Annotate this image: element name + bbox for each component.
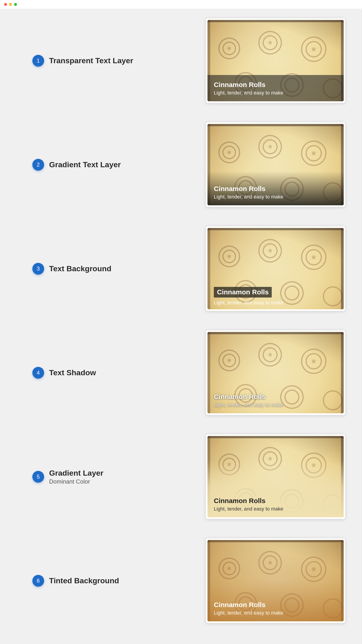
recipe-subtitle: Light, tender, and easy to make: [214, 90, 337, 96]
recipe-title: Cinnamon Rolls: [214, 81, 337, 89]
example-card: Cinnamon Rolls Light, tender, and easy t…: [206, 122, 346, 207]
technique-number-badge: 3: [32, 263, 44, 275]
caption-overlay: Cinnamon Rolls Light, tender, and easy t…: [207, 596, 344, 622]
technique-row: 5 Gradient Layer Dominant Color Cinnamon…: [16, 434, 346, 519]
technique-label: 1 Transparent Text Layer: [16, 55, 133, 66]
technique-row: 3 Text Background Cinnamon Rolls Light, …: [16, 226, 346, 311]
technique-row: 4 Text Shadow Cinnamon Rolls Light, tend…: [16, 330, 346, 415]
window-titlebar: [0, 0, 362, 9]
technique-title: Gradient Text Layer: [49, 160, 121, 170]
technique-number-badge: 1: [32, 55, 44, 66]
technique-number-badge: 4: [32, 367, 44, 379]
technique-title: Tinted Background: [49, 576, 119, 586]
page-content: 1 Transparent Text Layer Cinnamon Rolls …: [16, 9, 346, 644]
example-card: Cinnamon Rolls Light, tender, and easy t…: [206, 538, 346, 623]
window-minimize-icon[interactable]: [9, 3, 12, 6]
technique-row: 6 Tinted Background Cinnamon Rolls Light…: [16, 538, 346, 623]
recipe-subtitle: Light, tender, and easy to make: [214, 506, 337, 512]
technique-title: Gradient Layer: [49, 468, 103, 478]
window-zoom-icon[interactable]: [14, 3, 17, 6]
technique-label: 3 Text Background: [16, 263, 111, 275]
technique-title: Transparent Text Layer: [49, 56, 133, 66]
caption-overlay: Cinnamon Rolls Light, tender, and easy t…: [207, 284, 344, 309]
technique-row: 2 Gradient Text Layer Cinnamon Rolls Lig…: [16, 122, 346, 207]
technique-subtitle: Dominant Color: [49, 478, 103, 485]
caption-overlay: Cinnamon Rolls Light, tender, and easy t…: [207, 171, 344, 206]
technique-title: Text Background: [49, 264, 111, 274]
technique-number-badge: 6: [32, 575, 44, 587]
caption-overlay: Cinnamon Rolls Light, tender, and easy t…: [207, 75, 344, 102]
technique-number-badge: 5: [32, 471, 44, 483]
technique-title: Text Shadow: [49, 368, 96, 378]
technique-label: 2 Gradient Text Layer: [16, 159, 121, 171]
technique-label: 6 Tinted Background: [16, 575, 119, 587]
recipe-subtitle: Light, tender, and easy to make: [214, 610, 337, 616]
recipe-subtitle: Light, tender, and easy to make: [214, 402, 337, 408]
technique-number-badge: 2: [32, 159, 44, 171]
example-card: Cinnamon Rolls Light, tender, and easy t…: [206, 18, 346, 103]
technique-label: 5 Gradient Layer Dominant Color: [16, 468, 103, 486]
example-card: Cinnamon Rolls Light, tender, and easy t…: [206, 330, 346, 415]
recipe-title: Cinnamon Rolls: [214, 601, 337, 609]
recipe-subtitle: Light, tender, and easy to make: [214, 300, 337, 306]
example-card: Cinnamon Rolls Light, tender, and easy t…: [206, 226, 346, 311]
recipe-subtitle: Light, tender, and easy to make: [214, 194, 337, 200]
window-close-icon[interactable]: [4, 3, 7, 6]
recipe-title: Cinnamon Rolls: [214, 393, 337, 401]
technique-label: 4 Text Shadow: [16, 367, 96, 379]
technique-row: 1 Transparent Text Layer Cinnamon Rolls …: [16, 18, 346, 103]
example-card: Cinnamon Rolls Light, tender, and easy t…: [206, 434, 346, 519]
caption-overlay: Cinnamon Rolls Light, tender, and easy t…: [207, 388, 344, 414]
recipe-title: Cinnamon Rolls: [214, 287, 272, 298]
recipe-title: Cinnamon Rolls: [214, 497, 337, 505]
caption-overlay: Cinnamon Rolls Light, tender, and easy t…: [207, 492, 344, 518]
recipe-title: Cinnamon Rolls: [214, 185, 337, 193]
